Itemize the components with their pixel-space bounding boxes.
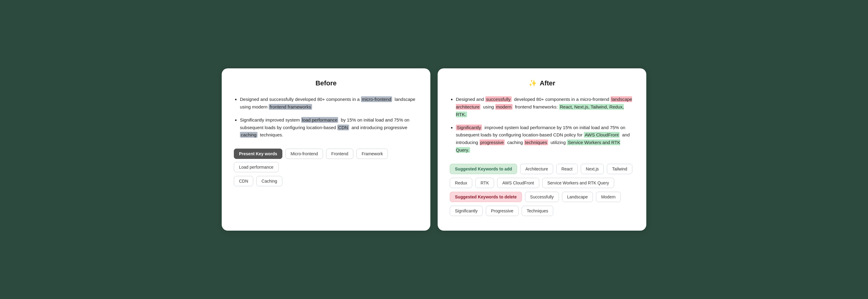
before-bullet-1: Designed and successfully developed 80+ … bbox=[240, 96, 418, 111]
keyword-framework[interactable]: Framework bbox=[356, 148, 388, 159]
after-bullet-list: Designed and successfully developed 80+ … bbox=[450, 96, 634, 154]
keyword-aws-cloudfront[interactable]: AWS CloudFront bbox=[497, 178, 539, 188]
keyword-modern[interactable]: Modern bbox=[596, 192, 621, 202]
highlight-aws-cloudfront: AWS CloudFront bbox=[584, 132, 620, 138]
highlight-modern: modern bbox=[495, 104, 513, 110]
keyword-redux[interactable]: Redux bbox=[450, 178, 472, 188]
after-title: ✨ After bbox=[450, 79, 634, 87]
keyword-cdn[interactable]: CDN bbox=[234, 176, 253, 186]
keyword-react[interactable]: React bbox=[556, 164, 578, 174]
highlight-significantly: Significantly bbox=[456, 125, 482, 130]
before-keywords-row-2: CDN Caching bbox=[234, 176, 418, 186]
after-title-text: After bbox=[539, 79, 555, 87]
keyword-load-performance[interactable]: Load performance bbox=[234, 162, 279, 172]
highlight-load-performance: load performance bbox=[301, 117, 338, 123]
keyword-service-workers[interactable]: Service Workers and RTK Query bbox=[542, 178, 614, 188]
after-bullet-2: Significantly improved system load perfo… bbox=[456, 124, 634, 154]
after-keywords-row-2: Redux RTK AWS CloudFront Service Workers… bbox=[450, 178, 634, 188]
after-keywords-row-4: Significantly Progressive Techniques bbox=[450, 206, 634, 216]
after-bullet-1: Designed and successfully developed 80+ … bbox=[456, 96, 634, 118]
keyword-tailwind[interactable]: Tailwind bbox=[607, 164, 632, 174]
after-panel: ✨ After Designed and successfully develo… bbox=[438, 69, 646, 230]
highlight-successfully: successfully bbox=[485, 96, 512, 102]
highlight-techniques: techniques bbox=[524, 139, 548, 145]
keyword-significantly[interactable]: Significantly bbox=[450, 206, 483, 216]
after-keywords: Suggested Keywords to add Architecture R… bbox=[450, 164, 634, 216]
before-keywords: Present Key words Micro-frontend Fronten… bbox=[234, 148, 418, 186]
highlight-cdn: CDN bbox=[337, 125, 349, 130]
keyword-caching[interactable]: Caching bbox=[256, 176, 282, 186]
highlight-micro-frontend: micro-frontend bbox=[361, 96, 392, 102]
before-bullet-list: Designed and successfully developed 80+ … bbox=[234, 96, 418, 139]
main-container: Before Designed and successfully develop… bbox=[222, 69, 646, 230]
before-panel: Before Designed and successfully develop… bbox=[222, 69, 430, 230]
before-bullet-2: Significantly improved system load perfo… bbox=[240, 116, 418, 139]
highlight-frontend-frameworks: frontend frameworks bbox=[269, 104, 312, 110]
highlight-frameworks-list: React, Next.js, Tailwind, Redux, RTK. bbox=[456, 104, 624, 117]
present-keywords-label: Present Key words bbox=[234, 148, 282, 159]
highlight-caching: caching bbox=[240, 132, 257, 138]
keyword-architecture[interactable]: Architecture bbox=[520, 164, 553, 174]
before-keywords-row-1: Present Key words Micro-frontend Fronten… bbox=[234, 148, 418, 172]
suggested-delete-label: Suggested Keywords to delete bbox=[450, 192, 522, 202]
highlight-progressive: progressive bbox=[479, 139, 505, 145]
keyword-landscape[interactable]: Landscape bbox=[562, 192, 593, 202]
keyword-techniques[interactable]: Techniques bbox=[522, 206, 554, 216]
keyword-frontend[interactable]: Frontend bbox=[326, 148, 353, 159]
keyword-rtk[interactable]: RTK bbox=[475, 178, 494, 188]
keyword-micro-frontend[interactable]: Micro-frontend bbox=[285, 148, 323, 159]
suggested-add-label: Suggested Keywords to add bbox=[450, 164, 517, 174]
keyword-successfully[interactable]: Successfully bbox=[525, 192, 559, 202]
keyword-nextjs[interactable]: Next.js bbox=[581, 164, 604, 174]
after-keywords-row-1: Suggested Keywords to add Architecture R… bbox=[450, 164, 634, 174]
keyword-progressive[interactable]: Progressive bbox=[486, 206, 519, 216]
after-keywords-row-3: Suggested Keywords to delete Successfull… bbox=[450, 192, 634, 202]
sparkle-icon: ✨ bbox=[529, 79, 537, 87]
before-title: Before bbox=[234, 79, 418, 87]
